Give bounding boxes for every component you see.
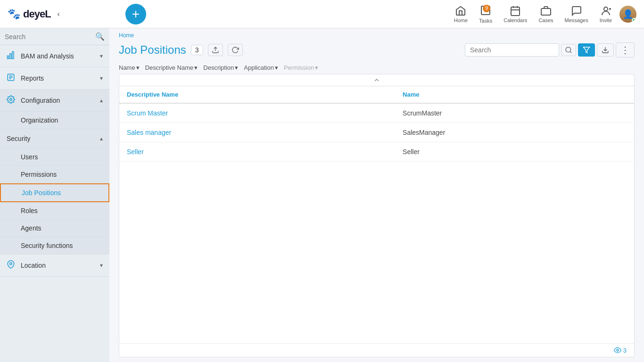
svg-point-8	[10, 99, 12, 101]
refresh-icon	[231, 46, 239, 54]
more-options-button[interactable]: ⋮	[616, 42, 635, 58]
logo-text: deyeL	[23, 8, 51, 20]
table-footer: 3	[119, 343, 634, 357]
online-indicator	[632, 18, 636, 23]
collapse-bar[interactable]	[119, 74, 634, 86]
import-icon	[212, 46, 219, 54]
filter-permission-chevron: ▾	[315, 64, 318, 71]
location-icon	[7, 260, 16, 271]
svg-point-15	[617, 349, 619, 351]
nav-right: Home 9 Tasks Calendars Cases Messages	[450, 3, 636, 25]
filter-button[interactable]	[578, 43, 595, 57]
table-row[interactable]: Sales manager SalesManager	[119, 123, 634, 142]
filter-description-chevron: ▾	[235, 64, 238, 71]
sidebar-item-configuration-label: Configuration	[21, 97, 100, 104]
filter-icon	[583, 46, 590, 54]
filter-permission[interactable]: Permission ▾	[284, 64, 318, 71]
nav-messages-label: Messages	[565, 17, 588, 23]
col-name: Name	[395, 86, 634, 103]
sidebar-item-users[interactable]: Users	[0, 148, 109, 166]
sidebar-item-location[interactable]: Location ▾	[0, 255, 109, 277]
nav-cases[interactable]: Cases	[535, 3, 557, 25]
filter-description[interactable]: Description ▾	[203, 64, 238, 71]
sidebar-item-permissions[interactable]: Permissions	[0, 166, 109, 183]
search-input[interactable]	[5, 33, 92, 41]
table-body: Scrum Master ScrumMaster Sales manager S…	[119, 103, 634, 162]
sidebar-item-permissions-label: Permissions	[21, 171, 57, 178]
nav-messages[interactable]: Messages	[561, 3, 592, 25]
security-chevron-icon: ▴	[100, 135, 103, 142]
configuration-chevron-icon: ▴	[100, 97, 103, 104]
svg-rect-1	[511, 7, 520, 16]
home-icon	[455, 5, 466, 16]
search-bar-area: ⋮	[465, 42, 635, 58]
add-button[interactable]: +	[125, 4, 146, 25]
sidebar-item-job-positions[interactable]: Job Positions	[0, 183, 109, 202]
svg-line-12	[570, 51, 571, 53]
sidebar-item-organization-label: Organization	[21, 116, 58, 124]
table-row[interactable]: Scrum Master ScrumMaster	[119, 103, 634, 123]
nav-invite[interactable]: Invite	[596, 3, 616, 25]
breadcrumb[interactable]: Home	[109, 28, 644, 39]
page-header: Job Positions 3 ⋮	[109, 39, 644, 61]
refresh-button[interactable]	[228, 44, 243, 56]
calendars-icon	[510, 5, 521, 16]
sidebar-item-bam[interactable]: BAM and Analysis ▾	[0, 45, 109, 67]
collapse-sidebar-button[interactable]: ‹	[56, 8, 62, 20]
top-navigation: 🐾 deyeL ‹ + Home 9 Tasks Calendars Cases	[0, 0, 644, 28]
table-row[interactable]: Seller Seller	[119, 142, 634, 162]
filter-name[interactable]: Name ▾	[119, 64, 140, 71]
sidebar-item-security[interactable]: Security ▴	[0, 129, 109, 148]
svg-rect-2	[541, 8, 551, 15]
nav-cases-label: Cases	[538, 17, 553, 23]
reports-icon	[7, 73, 16, 83]
bam-chevron-icon: ▾	[100, 53, 103, 59]
sidebar-item-configuration[interactable]: Configuration ▴	[0, 90, 109, 112]
search-button[interactable]	[561, 44, 576, 56]
page-title: Job Positions	[119, 43, 186, 57]
svg-rect-6	[12, 52, 14, 59]
sidebar-item-roles[interactable]: Roles	[0, 202, 109, 220]
count-badge: 3	[191, 45, 203, 55]
cell-descriptive-name: Seller	[119, 142, 395, 162]
sidebar-item-security-label: Security	[7, 135, 100, 142]
filter-application-chevron: ▾	[275, 64, 278, 71]
nav-calendars-label: Calendars	[504, 17, 527, 23]
eye-icon	[614, 346, 621, 354]
download-button[interactable]	[597, 43, 614, 57]
messages-icon	[571, 5, 582, 16]
svg-rect-4	[8, 56, 9, 59]
svg-rect-5	[10, 54, 11, 59]
sidebar-item-job-positions-label: Job Positions	[22, 189, 61, 197]
avatar[interactable]: 👤	[619, 6, 636, 23]
sidebar-item-organization[interactable]: Organization	[0, 112, 109, 129]
cell-name: SalesManager	[395, 123, 634, 142]
svg-point-9	[10, 263, 12, 265]
collapse-icon	[373, 76, 380, 84]
sidebar-item-agents[interactable]: Agents	[0, 220, 109, 237]
filter-application[interactable]: Application ▾	[244, 64, 278, 71]
cell-descriptive-name: Sales manager	[119, 123, 395, 142]
cell-descriptive-name: Scrum Master	[119, 103, 395, 123]
invite-icon	[600, 5, 611, 16]
nav-home[interactable]: Home	[450, 3, 471, 25]
sidebar: 🔍 BAM and Analysis ▾ Reports ▾ Configura…	[0, 28, 109, 362]
logo: 🐾 deyeL	[8, 8, 51, 20]
configuration-icon	[7, 95, 16, 106]
main-search-input[interactable]	[465, 43, 559, 57]
sidebar-item-reports[interactable]: Reports ▾	[0, 67, 109, 90]
tasks-badge: 9	[483, 5, 490, 12]
cell-name: ScrumMaster	[395, 103, 634, 123]
job-positions-table: Descriptive Name Name Scrum Master Scrum…	[119, 86, 634, 162]
nav-tasks[interactable]: 9 Tasks	[475, 3, 496, 25]
sidebar-item-roles-label: Roles	[21, 207, 38, 214]
sidebar-item-users-label: Users	[21, 153, 38, 161]
nav-calendars[interactable]: Calendars	[500, 3, 531, 25]
footer-count: 3	[623, 347, 627, 354]
table-header-row: Descriptive Name Name	[119, 86, 634, 103]
nav-invite-label: Invite	[600, 17, 612, 23]
filter-descriptive-name[interactable]: Descriptive Name ▾	[145, 64, 198, 71]
sidebar-item-security-functions[interactable]: Security functions	[0, 237, 109, 255]
import-button[interactable]	[208, 44, 223, 56]
cell-name: Seller	[395, 142, 634, 162]
